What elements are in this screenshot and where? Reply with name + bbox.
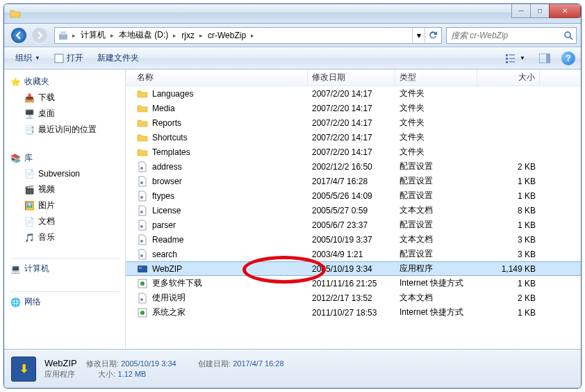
maximize-button[interactable]: □ [530,4,550,18]
library-icon: 📚 [10,153,21,164]
file-name: 使用说明 [152,292,186,304]
svg-point-4 [565,32,570,38]
sidebar-videos[interactable]: 🎬视频 [4,181,125,197]
svg-rect-7 [506,58,508,60]
minimize-button[interactable]: ─ [511,4,531,18]
file-size: 2 KB [477,162,540,172]
breadcrumb-item[interactable]: 本地磁盘 (D:) [116,28,171,43]
new-folder-button[interactable]: 新建文件夹 [92,50,145,66]
file-type: 文本文档 [395,204,477,216]
file-type: 配置设置 [395,175,477,187]
breadcrumb-item[interactable]: rjxz [179,28,197,43]
view-options-button[interactable]: ▼ [503,51,528,66]
file-type: 配置设置 [395,248,477,260]
file-list: 名称 修改日期 类型 大小 Languages2007/2/20 14:17文件… [126,70,581,349]
file-row[interactable]: 更多软件下载2011/11/16 21:25Internet 快捷方式1 KB [126,276,581,291]
col-name[interactable]: 名称 [126,70,308,85]
svg-rect-2 [59,34,67,40]
search-icon[interactable] [561,31,576,40]
file-type: 文件夹 [395,117,477,129]
breadcrumb-dropdown[interactable]: ▾ [412,28,425,43]
file-row[interactable]: Languages2007/2/20 14:17文件夹 [126,86,581,101]
svg-rect-8 [506,61,508,63]
file-row[interactable]: Shortcuts2007/2/20 14:17文件夹 [126,130,581,145]
file-row[interactable]: address2002/12/2 16:50配置设置2 KB [126,159,581,174]
txt-icon [137,234,148,245]
sidebar-subversion[interactable]: 📄Subversion [4,166,125,181]
col-size[interactable]: 大小 [477,70,540,85]
file-name: WebZIP [152,264,182,274]
svg-point-17 [140,281,145,286]
desktop-icon: 🖥️ [24,108,35,120]
preview-pane-button[interactable] [532,51,557,66]
breadcrumb-item[interactable]: cr-WebZip [205,28,249,43]
file-row[interactable]: parser2005/6/7 23:37配置设置1 KB [126,218,581,232]
search-input[interactable] [447,31,561,40]
file-row[interactable]: browser2017/4/7 16:28配置设置1 KB [126,174,581,188]
file-row[interactable]: Reports2007/2/20 14:17文件夹 [126,115,581,130]
col-date[interactable]: 修改日期 [308,70,395,85]
help-button[interactable]: ? [561,51,575,65]
nav-forward-button[interactable] [29,26,50,44]
sidebar-network[interactable]: 🌐网络 [4,294,125,310]
refresh-button[interactable] [425,28,440,43]
favorites-head[interactable]: ⭐收藏夹 [4,74,125,90]
file-date: 2005/6/7 23:37 [308,220,395,230]
file-type: Internet 快捷方式 [395,307,477,318]
search-box[interactable] [446,27,577,44]
nav-bar: ▸ 计算机▸ 本地磁盘 (D:)▸ rjxz▸ cr-WebZip▸ ▾ [4,24,581,47]
file-name: Media [152,104,175,113]
organize-label: 组织 [15,52,32,64]
file-row[interactable]: Media2007/2/20 14:17文件夹 [126,101,581,115]
file-date: 2005/5/26 14:09 [308,191,395,201]
svg-rect-15 [139,267,142,269]
svg-rect-11 [509,61,515,63]
file-row[interactable]: 使用说明2012/2/17 13:52文本文档2 KB [126,291,581,305]
file-name: address [152,162,182,172]
file-size: 3 KB [477,250,540,259]
folder-icon [137,132,148,143]
svg-point-0 [11,28,26,43]
file-size: 3 KB [477,235,540,245]
file-date: 2007/2/20 14:17 [308,118,395,128]
folder-icon [137,147,148,158]
folder-icon [10,8,21,19]
document-icon: 📄 [24,216,35,227]
file-row[interactable]: License2005/5/27 0:59文本文档8 KB [126,203,581,218]
open-button[interactable]: 打开 [49,50,89,66]
sidebar-downloads[interactable]: 📥下载 [4,90,125,106]
file-name: 系统之家 [152,307,186,318]
file-size: 8 KB [477,206,540,215]
close-button[interactable]: ✕ [549,4,581,18]
file-size: 1 KB [477,308,540,318]
open-label: 打开 [67,52,83,64]
file-type: 配置设置 [395,219,477,231]
nav-back-button[interactable] [8,26,29,44]
sidebar-music[interactable]: 🎵音乐 [4,229,125,245]
sidebar-desktop[interactable]: 🖥️桌面 [4,106,125,122]
organize-button[interactable]: 组织▼ [10,50,46,66]
libraries-head[interactable]: 📚库 [4,150,125,166]
folder-icon [137,103,148,114]
col-type[interactable]: 类型 [395,70,477,85]
sidebar-recent[interactable]: 📑最近访问的位置 [4,122,125,138]
sidebar-documents[interactable]: 📄文档 [4,213,125,229]
breadcrumb[interactable]: ▸ 计算机▸ 本地磁盘 (D:)▸ rjxz▸ cr-WebZip▸ ▾ [54,27,442,44]
file-row[interactable]: WebZIP2005/10/19 3:34应用程序1,149 KB [126,261,581,276]
sidebar-computer[interactable]: 💻计算机 [4,261,125,277]
file-row[interactable]: ftypes2005/5/26 14:09配置设置1 KB [126,188,581,203]
file-row[interactable]: search2003/4/9 1:21配置设置3 KB [126,247,581,261]
sidebar-pictures[interactable]: 🖼️图片 [4,197,125,213]
file-type: 文件夹 [395,131,477,143]
recent-icon: 📑 [24,124,35,136]
file-type: 文本文档 [395,292,477,304]
file-type: Internet 快捷方式 [395,277,477,289]
breadcrumb-item[interactable]: 计算机 [78,28,108,43]
file-row[interactable]: Readme2005/10/19 3:37文本文档3 KB [126,232,581,247]
file-row[interactable]: 系统之家2011/10/27 18:53Internet 快捷方式1 KB [126,305,581,320]
ini-icon [137,220,148,231]
txt-icon [137,293,148,304]
file-type: 文件夹 [395,102,477,114]
file-row[interactable]: Templates2007/2/20 14:17文件夹 [126,145,581,159]
details-name: WebZIP [44,358,77,368]
